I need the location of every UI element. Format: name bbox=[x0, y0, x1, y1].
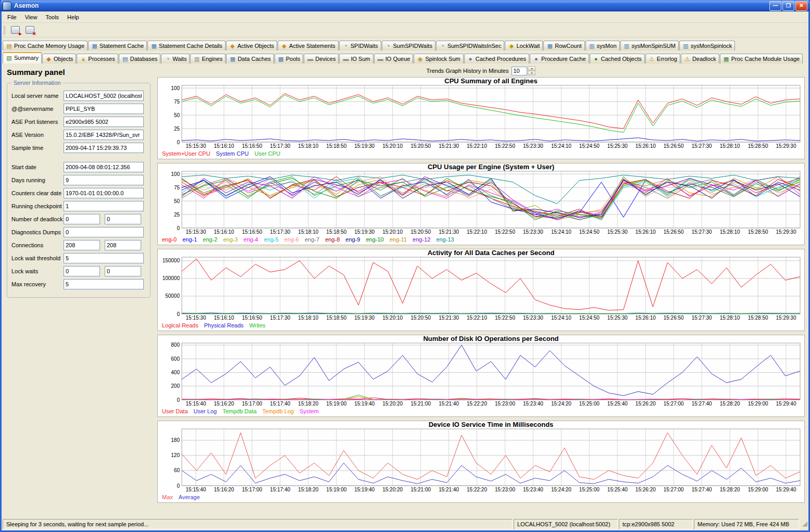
svg-text:Number of Disk IO Operations p: Number of Disk IO Operations per Second bbox=[423, 335, 558, 343]
svg-text:15:25:00: 15:25:00 bbox=[579, 401, 600, 407]
tab-objects[interactable]: ◆Objects bbox=[42, 54, 76, 64]
status-message: Sleeping for 3 seconds, waiting for next… bbox=[3, 519, 513, 529]
field-value[interactable] bbox=[64, 240, 100, 250]
tab-label: IO Sum bbox=[351, 56, 370, 62]
svg-text:15:26:20: 15:26:20 bbox=[635, 401, 656, 407]
tab-databases[interactable]: ▤Databases bbox=[119, 54, 161, 64]
field-value[interactable] bbox=[64, 175, 144, 185]
maximize-button[interactable]: ❐ bbox=[782, 1, 794, 11]
svg-text:15:19:40: 15:19:40 bbox=[354, 401, 375, 407]
field-value[interactable] bbox=[64, 201, 144, 211]
svg-text:15:24:50: 15:24:50 bbox=[579, 229, 600, 235]
field-label: Lock waits bbox=[11, 268, 64, 274]
tab-cached-objects[interactable]: ●Cached Objects bbox=[590, 54, 645, 64]
field-value-2[interactable] bbox=[105, 240, 141, 250]
field-value[interactable] bbox=[64, 253, 144, 263]
errorlog-warning-icon: ⚠ bbox=[649, 56, 655, 62]
tab-label: Databases bbox=[130, 56, 158, 62]
tab-spinlock-sum[interactable]: ◉Spinlock Sum bbox=[414, 54, 463, 64]
svg-text:15:18:20: 15:18:20 bbox=[298, 487, 318, 492]
field-value[interactable] bbox=[64, 227, 144, 237]
field-value-2[interactable] bbox=[105, 266, 141, 276]
tab-label: Proc Cache Memory Usage bbox=[14, 43, 84, 49]
minimize-button[interactable]: — bbox=[769, 1, 781, 11]
tab-errorlog[interactable]: ⚠Errorlog bbox=[645, 54, 680, 64]
tab-procedure-cache[interactable]: ●Procedure Cache bbox=[530, 54, 589, 64]
tab-pools[interactable]: ▩Pools bbox=[275, 54, 304, 64]
tab-sumspidwaitsinsec[interactable]: ◔SumSPIDWaitsInSec bbox=[436, 41, 505, 50]
tab-statement-cache[interactable]: ▦Statement Cache bbox=[88, 41, 147, 50]
purge-sample-button[interactable] bbox=[22, 23, 37, 36]
tab-rowcount[interactable]: ▦RowCount bbox=[543, 41, 584, 50]
field-value[interactable] bbox=[64, 266, 100, 276]
tab-summary[interactable]: ▧Summary bbox=[3, 52, 42, 64]
tab-sysmon[interactable]: ▥sysMon bbox=[585, 41, 620, 50]
svg-text:15:24:20: 15:24:20 bbox=[551, 401, 571, 407]
trends-history-input[interactable] bbox=[512, 67, 527, 75]
field-label: Start date bbox=[11, 164, 64, 170]
legend-item-eng-9: eng-9 bbox=[345, 236, 360, 243]
field-value[interactable] bbox=[64, 214, 100, 224]
field-days-running: Days running bbox=[11, 175, 146, 185]
chart-panel-activity-for-all-data-caches-per-second: 15:15:3015:16:1015:16:5015:17:3015:18:10… bbox=[157, 249, 805, 331]
tab-label: Statement Cache Details bbox=[159, 43, 222, 49]
field-value[interactable] bbox=[64, 104, 144, 114]
close-button[interactable]: ✕ bbox=[795, 1, 807, 11]
field-value[interactable] bbox=[64, 143, 144, 153]
svg-text:150000: 150000 bbox=[163, 258, 180, 263]
tab-active-statements[interactable]: ◆Active Statements bbox=[278, 41, 339, 50]
svg-text:15:17:40: 15:17:40 bbox=[270, 487, 290, 492]
tab-sysmonspinsum[interactable]: ▥sysMonSpinSUM bbox=[620, 41, 679, 50]
field-value[interactable] bbox=[64, 279, 144, 289]
svg-text:15:20:10: 15:20:10 bbox=[382, 315, 403, 321]
tab-proc-cache-module-usage[interactable]: ▦Proc Cache Module Usage bbox=[720, 54, 803, 64]
tab-cached-procedures[interactable]: ●Cached Procedures bbox=[464, 54, 529, 64]
tab-io-sum[interactable]: ▬IO Sum bbox=[339, 54, 373, 64]
spinner-down-button[interactable]: ▼ bbox=[528, 71, 535, 75]
field-value[interactable] bbox=[64, 188, 144, 198]
tab-proc-cache-memory-usage[interactable]: ▤Proc Cache Memory Usage bbox=[3, 41, 88, 50]
resize-grip[interactable]: ◢ bbox=[800, 519, 807, 529]
field-value[interactable] bbox=[64, 91, 144, 101]
menu-bar: FileViewToolsHelp bbox=[2, 11, 808, 23]
field-servername: @@servername bbox=[11, 104, 146, 114]
field-value[interactable] bbox=[64, 117, 144, 127]
tab-statement-cache-details[interactable]: ▦Statement Cache Details bbox=[147, 41, 226, 50]
field-local-server-name: Local server name bbox=[11, 91, 146, 101]
tab-processes[interactable]: ▲Processes bbox=[77, 54, 118, 64]
tab-io-queue[interactable]: ▬IO Queue bbox=[374, 54, 414, 64]
field-value[interactable] bbox=[64, 130, 144, 140]
field-value-2[interactable] bbox=[105, 214, 141, 224]
save-sample-button[interactable] bbox=[8, 23, 22, 36]
sysmonspinlock-icon: ▥ bbox=[682, 43, 689, 49]
svg-text:15:17:30: 15:17:30 bbox=[270, 229, 290, 235]
spinner-up-button[interactable]: ▲ bbox=[528, 66, 535, 71]
tab-engines[interactable]: ▥Engines bbox=[190, 54, 226, 64]
svg-text:180: 180 bbox=[171, 437, 180, 443]
tab-sumspidwaits[interactable]: ◔SumSPIDWaits bbox=[382, 41, 435, 50]
chart-panel-device-io-service-time-in-milliseconds: 15:15:4015:16:2015:17:0015:17:4015:18:20… bbox=[157, 421, 805, 503]
tab-label: Waits bbox=[172, 56, 186, 62]
field-value[interactable] bbox=[64, 162, 144, 172]
svg-text:15:25:40: 15:25:40 bbox=[607, 487, 628, 492]
toolbar-grip bbox=[4, 26, 5, 35]
chart-legend: eng-0eng-1eng-2eng-3eng-4eng-5eng-6eng-7… bbox=[158, 236, 804, 245]
field-label: Running checkpoint bbox=[11, 203, 64, 209]
menu-view[interactable]: View bbox=[21, 12, 42, 22]
menu-file[interactable]: File bbox=[3, 12, 21, 22]
tab-waits[interactable]: ◔Waits bbox=[161, 54, 190, 64]
tab-deadlock[interactable]: ⚠Deadlock bbox=[681, 54, 719, 64]
tab-devices[interactable]: ▬Devices bbox=[304, 54, 339, 64]
legend-item-writes: Writes bbox=[250, 322, 266, 328]
tab-active-objects[interactable]: ◆Active Objects bbox=[226, 41, 277, 50]
tab-sysmonspinlock[interactable]: ▥sysMonSpinlock bbox=[679, 41, 735, 50]
svg-text:15:21:30: 15:21:30 bbox=[439, 143, 459, 149]
sumspidwaitsinsec-icon: ◔ bbox=[439, 43, 446, 49]
devices-icon: ▬ bbox=[307, 56, 314, 62]
menu-help[interactable]: Help bbox=[63, 12, 83, 22]
menu-tools[interactable]: Tools bbox=[41, 12, 63, 22]
field-connections: Connections bbox=[11, 240, 146, 250]
tab-spidwaits[interactable]: ◔SPIDWaits bbox=[339, 41, 381, 50]
tab-lockwait[interactable]: ◆LockWait bbox=[505, 41, 543, 50]
tab-data-caches[interactable]: ▦Data Caches bbox=[226, 54, 274, 64]
